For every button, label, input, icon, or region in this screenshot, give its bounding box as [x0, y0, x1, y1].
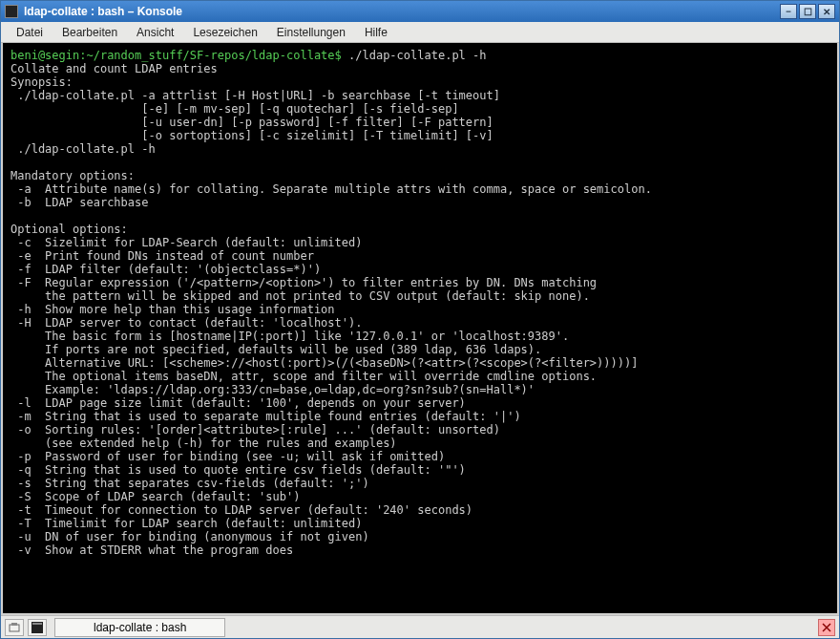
svg-rect-0 — [10, 625, 19, 631]
close-icon — [822, 623, 831, 632]
window: ldap-collate : bash – Konsole － ☐ ✕ Date… — [0, 0, 840, 639]
menu-einstellungen[interactable]: Einstellungen — [267, 24, 355, 41]
terminal-tab-icon-button[interactable] — [28, 619, 47, 636]
menu-bearbeiten[interactable]: Bearbeiten — [52, 24, 127, 41]
svg-rect-3 — [32, 623, 42, 625]
tab-active[interactable]: ldap-collate : bash — [54, 618, 225, 637]
window-title: ldap-collate : bash – Konsole — [24, 5, 778, 18]
terminal-icon — [32, 622, 43, 633]
titlebar[interactable]: ldap-collate : bash – Konsole － ☐ ✕ — [1, 1, 839, 22]
menu-datei[interactable]: Datei — [7, 24, 52, 41]
menu-lesezeichen[interactable]: Lesezeichen — [183, 24, 266, 41]
menu-ansicht[interactable]: Ansicht — [127, 24, 183, 41]
svg-rect-1 — [11, 623, 17, 626]
menu-hilfe[interactable]: Hilfe — [355, 24, 397, 41]
maximize-button[interactable]: ☐ — [799, 4, 816, 19]
new-tab-button[interactable] — [5, 619, 24, 636]
shell-prompt: beni@segin:~/random_stuff/SF-repos/ldap-… — [10, 49, 348, 62]
close-tab-button[interactable] — [818, 619, 835, 636]
new-tab-icon — [9, 622, 20, 633]
shell-command: ./ldap-collate.pl -h — [348, 49, 487, 62]
tab-label: ldap-collate : bash — [94, 621, 186, 634]
close-button[interactable]: ✕ — [818, 4, 835, 19]
konsole-icon — [5, 5, 18, 18]
shell-output: Collate and count LDAP entries Synopsis:… — [10, 62, 652, 557]
minimize-button[interactable]: － — [780, 4, 797, 19]
terminal[interactable]: beni@segin:~/random_stuff/SF-repos/ldap-… — [1, 43, 839, 615]
statusbar: ldap-collate : bash — [1, 615, 839, 638]
menubar: Datei Bearbeiten Ansicht Lesezeichen Ein… — [1, 22, 839, 43]
